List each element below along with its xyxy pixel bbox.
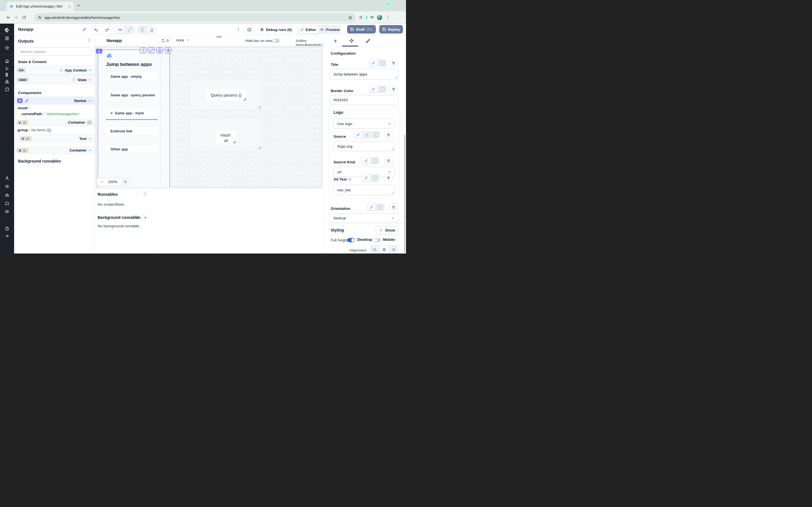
extensions-icon[interactable] <box>359 15 363 19</box>
avatar[interactable] <box>377 15 382 20</box>
debug-runs-button[interactable]: Debug runs (0) <box>258 25 294 34</box>
ctx-row[interactable]: ctx App Context <box>14 65 95 75</box>
browser-tab[interactable]: Edit App u/henri/navapp | Win <box>7 2 74 11</box>
zoom-in-button[interactable] <box>122 179 129 185</box>
browser-menu-icon[interactable] <box>386 15 390 19</box>
current-path-row[interactable]: currentPath:"u/henri/navapp#foo" <box>21 112 80 116</box>
nav-item-hash[interactable]: # Same app - hash <box>106 109 158 117</box>
component-id-badge[interactable]: a <box>96 48 103 54</box>
info-icon[interactable] <box>348 178 352 181</box>
home-icon[interactable] <box>5 59 9 63</box>
align-center-button[interactable] <box>380 245 389 253</box>
audit-logs-icon[interactable] <box>5 209 9 214</box>
collapse-sidebar-icon[interactable] <box>5 234 9 238</box>
source-input[interactable]: /logo.svg <box>334 141 395 151</box>
users-icon[interactable] <box>5 176 9 180</box>
draft-button[interactable]: Draft ⌘S <box>347 25 376 34</box>
panel-scrollbar[interactable] <box>404 135 405 252</box>
chevron-up-icon[interactable] <box>88 99 92 103</box>
desktop-full-height-toggle[interactable] <box>347 238 355 242</box>
deploy-button[interactable]: Deploy <box>379 25 403 34</box>
forward-icon[interactable] <box>14 15 18 20</box>
zoom-out-icon[interactable] <box>100 180 104 184</box>
component-d-row[interactable]: d☝ Container <box>14 147 95 154</box>
search-outputs-input[interactable] <box>17 47 92 56</box>
app-canvas[interactable]: Jump between apps Same app - empty Same … <box>95 46 323 188</box>
back-icon[interactable] <box>6 15 11 20</box>
folders-icon[interactable] <box>5 201 9 206</box>
static-mode-button[interactable] <box>369 60 377 66</box>
nav-item-external-link[interactable]: External link <box>106 127 158 135</box>
query-params-container[interactable]: Query params {} <box>191 80 261 109</box>
expr-mode-button[interactable]: ƒ <box>371 131 380 138</box>
anchor-tool[interactable] <box>156 47 163 54</box>
styling-tab-icon[interactable] <box>365 39 370 43</box>
refresh-mode-dropdown[interactable]: once <box>176 38 190 42</box>
schedules-icon[interactable] <box>5 87 9 92</box>
resize-handle[interactable] <box>243 98 246 100</box>
nav-item-query-params[interactable]: Same app - query params <box>106 91 158 99</box>
static-mode-button[interactable] <box>362 158 370 164</box>
new-tab-icon[interactable] <box>77 4 81 8</box>
editor-tab[interactable]: Editor <box>298 25 318 34</box>
docs-button[interactable] <box>244 25 255 34</box>
static-mode-button[interactable] <box>369 86 377 93</box>
component-a-row[interactable]: a Navbar <box>14 97 95 105</box>
expr-mode-button[interactable]: ƒ <box>371 175 379 181</box>
hide-bar-toggle[interactable] <box>272 39 280 43</box>
component-b-row[interactable]: b☝ Text <box>17 134 95 143</box>
expr-mode-button[interactable]: ƒ <box>378 86 386 93</box>
url-bar[interactable]: app.windmill.dev/apps/edit/u/henri/navap… <box>35 13 356 22</box>
styling-show-button[interactable]: Show <box>375 226 399 235</box>
doc-icon[interactable] <box>72 78 76 82</box>
media-controls-icon[interactable] <box>370 15 374 19</box>
preview-tab[interactable]: Preview <box>319 25 341 34</box>
chevron-down-icon[interactable] <box>88 149 92 152</box>
settings-gear-icon[interactable] <box>5 184 9 189</box>
workers-icon[interactable] <box>5 193 9 198</box>
favorites-icon[interactable] <box>5 46 9 50</box>
tab-close-icon[interactable] <box>68 5 71 8</box>
mobile-full-height-toggle[interactable] <box>373 238 381 242</box>
bookmark-star-icon[interactable] <box>348 15 352 20</box>
orientation-connect-button[interactable] <box>389 203 398 211</box>
site-settings-icon[interactable] <box>38 15 42 19</box>
nav-item-other-app[interactable]: Other app <box>106 145 158 153</box>
resize-handle[interactable] <box>258 106 260 108</box>
title-input[interactable]: Jump between apps <box>329 69 398 80</box>
border-color-input[interactable]: #b1b1b1 <box>329 95 398 105</box>
resize-handle[interactable] <box>233 140 236 143</box>
title-connect-button[interactable] <box>389 59 398 67</box>
component-e-row[interactable]: e☝ Container <box>14 119 95 126</box>
help-icon[interactable] <box>5 226 9 231</box>
tab-search-button[interactable] <box>385 1 391 7</box>
url-text[interactable]: app.windmill.dev/apps/edit/u/henri/navap… <box>45 15 345 20</box>
navbar-component[interactable]: Jump between apps Same app - empty Same … <box>98 50 170 187</box>
collapse-button[interactable] <box>87 120 92 125</box>
fullscreen-layout-button[interactable] <box>125 26 134 33</box>
expr-mode-button[interactable]: ƒ <box>378 60 386 66</box>
alt-text-connect-button[interactable] <box>384 174 393 182</box>
chevron-down-icon[interactable] <box>88 78 92 82</box>
orientation-select[interactable]: Vertical <box>329 213 398 223</box>
runs-icon[interactable] <box>5 66 9 71</box>
chevron-down-icon[interactable] <box>88 68 92 72</box>
upload-mode-button[interactable] <box>363 131 371 138</box>
nav-item-same-app-empty[interactable]: Same app - empty <box>106 72 158 80</box>
fullsize-tool[interactable] <box>148 47 154 54</box>
chevron-down-icon[interactable] <box>88 137 92 140</box>
align-left-button[interactable] <box>370 245 379 253</box>
source-kind-connect-button[interactable] <box>384 157 393 165</box>
move-tool[interactable] <box>165 47 171 54</box>
source-connect-button[interactable] <box>384 131 393 138</box>
redo-button[interactable] <box>101 26 112 34</box>
refresh-counter[interactable]: 0 <box>158 37 172 44</box>
insert-component-tab-icon[interactable] <box>333 39 338 43</box>
expr-mode-button[interactable]: ƒ <box>371 158 379 164</box>
scrollbar-thumb[interactable] <box>216 36 222 38</box>
hash-text-box[interactable]: Hash: #f <box>216 131 236 144</box>
pencil-icon[interactable] <box>25 99 29 103</box>
state-row[interactable]: state State <box>14 75 95 84</box>
hash-container[interactable]: Hash: #f <box>191 120 261 150</box>
reload-icon[interactable] <box>22 15 26 19</box>
